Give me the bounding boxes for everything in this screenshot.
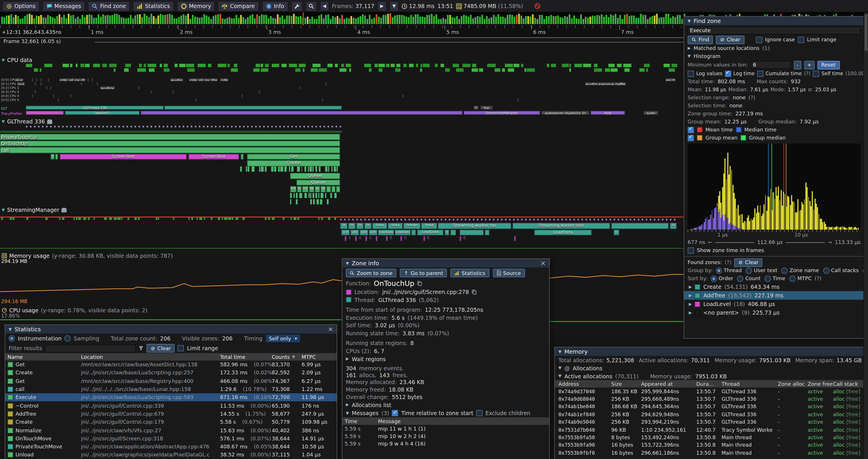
limit-range-checkbox[interactable]: [798, 36, 804, 43]
min-bin-input[interactable]: [750, 61, 791, 69]
frame-bar[interactable]: [521, 15, 522, 24]
timeline-zone[interactable]: Aud: [591, 111, 625, 115]
timeline-zone[interactable]: [336, 186, 340, 192]
frame-bar[interactable]: [134, 15, 136, 24]
frame-bar[interactable]: [118, 15, 120, 24]
timeline-zone[interactable]: mi.tl: [665, 78, 676, 81]
histogram-bar[interactable]: [854, 227, 855, 230]
timeline-zone[interactable]: Loi: [302, 186, 308, 192]
frame-bar[interactable]: [617, 18, 618, 24]
frame-bar[interactable]: [456, 16, 458, 24]
timeline-zone[interactable]: C: [389, 236, 394, 241]
messages-expander[interactable]: Messages: [352, 410, 378, 416]
frame-bar[interactable]: [348, 18, 349, 24]
frame-bar[interactable]: [238, 18, 239, 24]
histogram-bar[interactable]: [822, 222, 824, 230]
frame-bar[interactable]: [281, 16, 283, 24]
frame-bar[interactable]: [571, 18, 572, 24]
frame-bar[interactable]: [185, 15, 186, 24]
timeline-zone[interactable]: cds_ol_rx_thr: [59, 78, 86, 81]
next-frame-button[interactable]: ▶: [377, 1, 386, 11]
zoom-to-zone-button[interactable]: Zoom to zone: [346, 269, 396, 277]
frame-bar[interactable]: [468, 17, 469, 24]
frame-bar[interactable]: [196, 17, 198, 24]
frame-bar[interactable]: [86, 15, 88, 24]
frame-bar[interactable]: [615, 14, 616, 24]
found-zone-row[interactable]: ▶AddTree(18,542)227.19 ms: [684, 291, 864, 300]
frame-bar[interactable]: [153, 16, 154, 24]
timeline-zone[interactable]: LcU: [341, 229, 350, 235]
frame-bar[interactable]: [470, 14, 471, 24]
scrollbar-thumb[interactable]: [865, 14, 867, 51]
frame-bar[interactable]: [272, 18, 274, 24]
histogram-bar[interactable]: [783, 192, 784, 230]
frame-bar[interactable]: [353, 18, 354, 24]
frame-bar[interactable]: [557, 15, 559, 24]
timeline-zone[interactable]: audioserver (AudioOut_D): [541, 111, 589, 115]
timeline-zone[interactable]: [48, 78, 50, 81]
frame-bar[interactable]: [541, 15, 542, 24]
frame-bar[interactable]: [114, 14, 115, 24]
frame-bar[interactable]: [569, 14, 570, 24]
frame-bar[interactable]: [311, 17, 313, 24]
frame-bar[interactable]: [176, 19, 177, 24]
histogram-bar[interactable]: [825, 224, 826, 230]
frame-bar[interactable]: [254, 19, 255, 24]
frame-bar[interactable]: [548, 16, 550, 24]
frame-bar[interactable]: [564, 17, 565, 24]
histogram-bar[interactable]: [855, 227, 856, 230]
frame-bar[interactable]: [477, 16, 478, 24]
frame-bar[interactable]: [367, 19, 368, 24]
timeline-zone[interactable]: [34, 82, 36, 86]
histogram-bar[interactable]: [749, 221, 750, 230]
frame-bar[interactable]: [484, 19, 485, 24]
clear-found-button[interactable]: ⊘Clear: [735, 258, 763, 267]
frame-bar[interactable]: [75, 19, 76, 24]
frame-bar[interactable]: [47, 15, 49, 24]
timeline-zone[interactable]: [326, 186, 331, 192]
draw-group-checkbox[interactable]: [688, 135, 694, 141]
frame-bar[interactable]: [10, 14, 12, 24]
timeline-zone[interactable]: [40, 82, 42, 86]
frame-bar[interactable]: [668, 14, 669, 24]
stats-table-row[interactable]: ~Controljni/../jni/src/guif/Control.cpp:…: [5, 402, 337, 410]
timeline-zone[interactable]: [55, 154, 58, 160]
timeline-zone[interactable]: St: [364, 223, 372, 229]
histogram-bar[interactable]: [745, 221, 746, 230]
message-row[interactable]: 5.59 smip 10 w 2 h 2 (4): [342, 432, 549, 440]
histogram-bar[interactable]: [770, 189, 771, 230]
stats-table-row[interactable]: PrivateTouchMovejni/../jni/src/claw/appl…: [5, 442, 337, 451]
timeline-zone[interactable]: LoadDaU: [395, 229, 411, 235]
timeline-zone[interactable]: Ti: [473, 106, 478, 110]
frame-bar[interactable]: [654, 15, 655, 24]
timeline-zone[interactable]: [386, 236, 388, 241]
histogram-bar[interactable]: [750, 219, 752, 230]
frame-bar[interactable]: [162, 15, 163, 24]
frame-bar[interactable]: [589, 17, 591, 24]
histogram-bar[interactable]: [857, 228, 859, 230]
timeline-zone[interactable]: LoadDaU: [378, 229, 394, 235]
stats-table-row[interactable]: Createjni/../jni/src/claw/base/LuaScript…: [5, 369, 337, 377]
frame-bar[interactable]: [663, 17, 664, 24]
find-zone-titlebar[interactable]: ▼ Find zone: [684, 17, 864, 25]
histogram-bar[interactable]: [799, 211, 800, 230]
histogram-bar[interactable]: [816, 204, 817, 230]
histogram-bar[interactable]: [779, 200, 780, 230]
histogram-bar[interactable]: [834, 228, 835, 230]
frame-bar[interactable]: [20, 19, 21, 24]
frame-bar[interactable]: [612, 15, 614, 24]
copy-icon[interactable]: [417, 281, 423, 286]
frame-bar[interactable]: [580, 14, 582, 24]
histogram-bar[interactable]: [742, 214, 743, 230]
timeline-zone[interactable]: LoU: [369, 229, 377, 235]
frame-bar[interactable]: [341, 14, 343, 24]
frame-bar[interactable]: [325, 15, 327, 24]
goto-search-button[interactable]: [305, 1, 317, 11]
frame-bar[interactable]: [266, 15, 267, 24]
frame-bar[interactable]: [509, 14, 510, 24]
histogram-bar[interactable]: [754, 208, 756, 230]
histogram-bar[interactable]: [817, 207, 818, 230]
histogram-bar[interactable]: [848, 227, 849, 230]
frame-bar[interactable]: [194, 17, 195, 24]
allocation-row[interactable]: 0x74a9d68040256 KB295,668,489ns13:50.7GL…: [555, 395, 864, 403]
